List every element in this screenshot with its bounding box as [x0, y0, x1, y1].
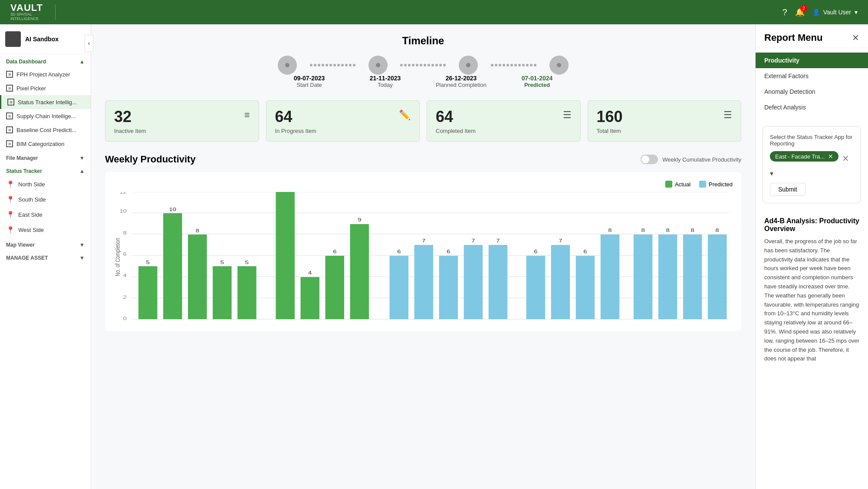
- svg-text:8: 8: [196, 228, 199, 234]
- svg-text:6: 6: [333, 249, 336, 254]
- expand-icon: ▼: [79, 242, 85, 248]
- bar-dec-w1-pred: [634, 235, 652, 319]
- bar-aug-w3-actual: [188, 235, 207, 319]
- status-tracker-item[interactable]: ⊞ Status Tracker Intellig...: [0, 95, 91, 109]
- bim-item[interactable]: ⊞ BIM Categorization: [0, 137, 91, 151]
- svg-text:4: 4: [308, 270, 312, 276]
- notification-icon[interactable]: 🔔 2: [795, 7, 805, 17]
- filter-dropdown-icon[interactable]: ▾: [770, 169, 773, 178]
- main-content: Timeline: [91, 24, 755, 489]
- submit-button[interactable]: Submit: [770, 183, 806, 196]
- supply-chain-item[interactable]: ⊞ Supply Chain Intellige...: [0, 109, 91, 123]
- collapse-icon: ▲: [79, 59, 85, 65]
- stat-cards-row: 32 Inactive Item ≡ 64 In Progress Item ✏…: [105, 100, 741, 142]
- cumulative-toggle[interactable]: [641, 155, 658, 164]
- svg-text:2: 2: [123, 294, 127, 300]
- stat-card-completed: 64 Completed Item ☰: [427, 100, 581, 142]
- bar-dec-w3-pred: [683, 235, 702, 319]
- table-icon: ⊞: [6, 140, 13, 147]
- sidebar-collapse-button[interactable]: ‹: [85, 35, 93, 52]
- north-side-item[interactable]: 📍 North Side: [0, 177, 91, 192]
- svg-text:7: 7: [496, 238, 500, 244]
- baseline-item[interactable]: ⊞ Baseline Cost Predicti...: [0, 123, 91, 137]
- toggle-row: Weekly Cumulative Productivity: [641, 155, 741, 164]
- svg-text:Nov 2023: Nov 2023: [548, 322, 579, 322]
- timeline-connector-3: [491, 64, 536, 66]
- weekly-productivity-title: Weekly Productivity: [105, 154, 196, 165]
- data-dashboard-header[interactable]: Data Dashboard ▲: [0, 54, 91, 67]
- svg-text:7: 7: [559, 238, 562, 244]
- nav-right: ? 🔔 2 👤 Vault User ▾: [783, 7, 858, 17]
- node-dot: [376, 63, 380, 67]
- bar-aug-w4-actual: [213, 266, 231, 319]
- workspace-title: AI Sandbox: [25, 36, 59, 43]
- south-side-item[interactable]: 📍 South Side: [0, 192, 91, 207]
- table-icon: ⊞: [7, 99, 14, 106]
- pixel-item[interactable]: ⊞ Pixel Picker: [0, 81, 91, 95]
- sidebar: AI Sandbox Data Dashboard ▲ ⊞ FPH Projec…: [0, 24, 91, 489]
- timeline-label-3: 26-12-2023 Planned Completion: [423, 75, 499, 88]
- timeline-label-4: 07-01-2024 Predicted: [499, 75, 575, 88]
- timeline-connector-2: [400, 64, 446, 66]
- report-item-defect[interactable]: Defect Analysis: [756, 99, 868, 115]
- file-manager-header[interactable]: File Manager ▼: [0, 151, 91, 164]
- svg-text:8: 8: [716, 228, 719, 233]
- node-dot: [557, 63, 561, 67]
- help-icon[interactable]: ?: [783, 7, 787, 17]
- svg-text:8: 8: [690, 228, 694, 233]
- svg-text:Dec 2023: Dec 2023: [661, 322, 692, 322]
- legend-color-predicted: [699, 181, 706, 188]
- timeline-label-1: 09-07-2023 Start Date: [271, 75, 347, 88]
- table-icon: ⊞: [6, 71, 13, 78]
- stat-card-inactive: 32 Inactive Item ≡: [105, 100, 259, 142]
- bar-oct-w1-pred: [390, 256, 408, 319]
- bar-oct-w4-pred: [464, 245, 483, 319]
- analysis-text: Overall, the progress of the job so far …: [764, 237, 859, 363]
- close-icon[interactable]: ✕: [852, 33, 859, 43]
- logo-main-text: VAULT: [10, 3, 43, 13]
- expand-icon: ▼: [79, 255, 85, 261]
- svg-text:Aug 2023: Aug 2023: [181, 322, 211, 322]
- report-item-productivity[interactable]: Productivity: [756, 53, 868, 68]
- east-side-item[interactable]: 📍 East Side: [0, 207, 91, 222]
- status-tracker-header[interactable]: Status Tracker ▲: [0, 164, 91, 177]
- table-icon: ⊞: [6, 85, 13, 92]
- bar-nov-w2-pred: [551, 245, 570, 319]
- expand-icon: ▼: [79, 155, 85, 161]
- svg-text:12: 12: [119, 192, 127, 195]
- filter-tag-remove[interactable]: ✕: [828, 153, 833, 160]
- timeline-node-4: [549, 56, 569, 75]
- report-menu-items: Productivity External Factors Anomaly De…: [756, 48, 868, 119]
- report-item-external[interactable]: External Factors: [756, 68, 868, 84]
- svg-text:9: 9: [358, 217, 361, 223]
- bar-chart: 0 2 4 6 8 10 12: [114, 192, 733, 322]
- fph-item[interactable]: ⊞ FPH Project Analyzer: [0, 67, 91, 81]
- filter-clear-icon[interactable]: ✕: [842, 153, 849, 164]
- data-dashboard-section: Data Dashboard ▲ ⊞ FPH Project Analyzer …: [0, 54, 91, 151]
- bar-sep-w3-actual: [326, 256, 344, 319]
- svg-text:8: 8: [123, 230, 127, 236]
- map-viewer-section: Map Viewer ▼: [0, 238, 91, 251]
- bar-sep-w2-actual: [301, 277, 319, 319]
- west-side-item[interactable]: 📍 West Side: [0, 222, 91, 238]
- manage-asset-header[interactable]: MANAGE ASSET ▼: [0, 251, 91, 264]
- svg-text:6: 6: [534, 249, 537, 254]
- inactive-icon: ≡: [244, 109, 250, 121]
- chart-container: Actual Predicted 0 2 4 6 8: [105, 172, 741, 331]
- top-navigation: VAULT 3D SPATIALINTELLIGENCE ? 🔔 2 👤 Vau…: [0, 0, 868, 24]
- report-item-anomaly[interactable]: Anomaly Detection: [756, 84, 868, 99]
- svg-text:0: 0: [123, 316, 127, 321]
- map-viewer-header[interactable]: Map Viewer ▼: [0, 238, 91, 251]
- status-tracker-section: Status Tracker ▲ 📍 North Side 📍 South Si…: [0, 164, 91, 238]
- logo-sub-text: 3D SPATIALINTELLIGENCE: [10, 13, 43, 21]
- svg-text:Oct 2023: Oct 2023: [429, 322, 458, 322]
- completed-icon: ☰: [563, 109, 572, 121]
- user-profile[interactable]: 👤 Vault User ▾: [812, 9, 858, 16]
- svg-text:10: 10: [169, 207, 176, 212]
- svg-text:8: 8: [641, 228, 644, 233]
- timeline-track: [271, 56, 575, 75]
- user-avatar-icon: 👤: [812, 9, 820, 16]
- user-name: Vault User: [823, 9, 851, 16]
- bar-nov-w4-pred: [601, 235, 619, 319]
- location-icon: 📍: [6, 211, 15, 219]
